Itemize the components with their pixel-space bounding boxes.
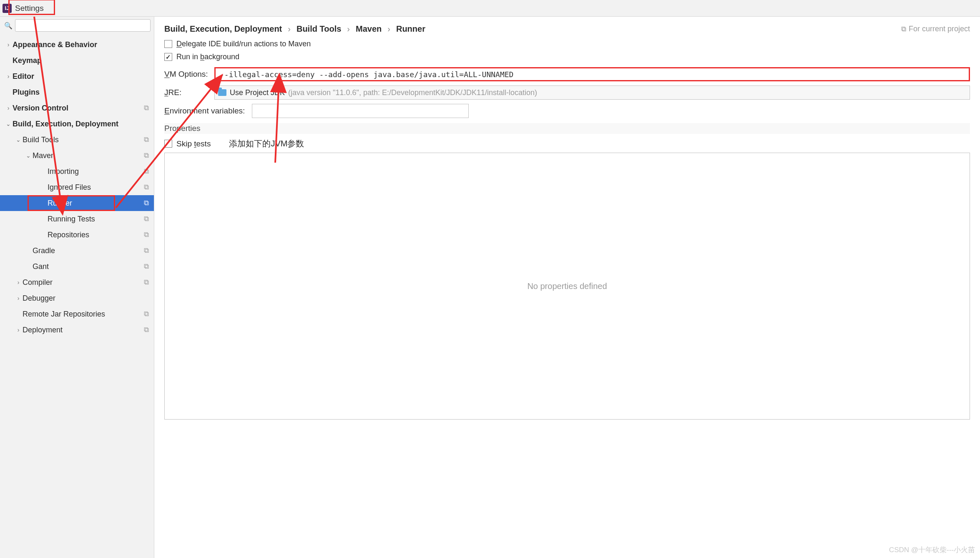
app-icon: IJ [3, 4, 12, 13]
chevron-icon: ⌄ [4, 121, 13, 127]
tree-item-build-execution-deployment[interactable]: ⌄Build, Execution, Deployment [0, 116, 154, 132]
annotation-text: 添加如下的JVM参数 [229, 138, 304, 149]
jre-detail: (java version "11.0.6", path: E:/Develop… [288, 88, 537, 97]
chevron-right-icon: › [288, 24, 291, 34]
tree-item-importing[interactable]: Importing⧉ [0, 163, 154, 179]
project-scope-icon: ⧉ [142, 326, 151, 334]
chevron-right-icon: › [387, 24, 390, 34]
tree-item-repositories[interactable]: Repositories⧉ [0, 227, 154, 243]
chevron-right-icon: › [347, 24, 350, 34]
tree-item-label: Compiler [23, 278, 142, 287]
project-scope-icon: ⧉ [142, 167, 151, 176]
project-scope-icon: ⧉ [142, 151, 151, 160]
chevron-icon: › [4, 73, 13, 80]
tree-item-appearance-behavior[interactable]: ›Appearance & Behavior [0, 37, 154, 53]
project-scope-icon: ⧉ [142, 199, 151, 207]
vm-options-input[interactable] [214, 67, 970, 81]
tree-item-label: Runner [48, 199, 142, 208]
jre-selected-value: Use Project JDK [230, 88, 285, 97]
chevron-icon: › [14, 327, 23, 333]
breadcrumb-item[interactable]: Maven [356, 24, 382, 34]
window-title: Settings [15, 4, 44, 13]
tree-item-label: Repositories [48, 231, 142, 239]
project-scope-icon: ⧉ [142, 183, 151, 191]
tree-item-running-tests[interactable]: Running Tests⧉ [0, 211, 154, 227]
tree-item-label: Build Tools [23, 136, 142, 144]
settings-tree[interactable]: ›Appearance & BehaviorKeymap›EditorPlugi… [0, 34, 154, 558]
project-scope-icon: ⧉ [142, 231, 151, 239]
chevron-icon: › [14, 295, 23, 302]
tree-item-label: Plugins [13, 88, 151, 97]
tree-item-remote-jar-repositories[interactable]: Remote Jar Repositories⧉ [0, 306, 154, 322]
tree-item-plugins[interactable]: Plugins [0, 84, 154, 100]
tree-item-ignored-files[interactable]: Ignored Files⧉ [0, 179, 154, 195]
tree-item-label: Gant [33, 262, 142, 271]
project-scope-icon: ⧉ [142, 278, 151, 287]
tree-item-debugger[interactable]: ›Debugger [0, 290, 154, 306]
tree-item-label: Running Tests [48, 215, 142, 224]
chevron-icon: ⌄ [14, 136, 23, 143]
tree-item-label: Maven [33, 151, 142, 160]
tree-item-label: Remote Jar Repositories [23, 310, 142, 319]
window-titlebar: IJ Settings [0, 0, 980, 17]
tree-item-gant[interactable]: Gant⧉ [0, 259, 154, 274]
tree-item-label: Ignored Files [48, 183, 142, 192]
folder-icon [218, 89, 226, 96]
no-properties-placeholder: No properties defined [527, 282, 607, 291]
skip-tests-checkbox[interactable] [164, 140, 172, 148]
tree-item-label: Editor [13, 72, 151, 81]
chevron-icon: ⌄ [24, 152, 33, 159]
tree-item-editor[interactable]: ›Editor [0, 68, 154, 84]
tree-item-label: Build, Execution, Deployment [13, 120, 151, 128]
sidebar-search-input[interactable] [15, 19, 151, 32]
chevron-icon: › [4, 41, 13, 48]
tree-item-label: Version Control [13, 104, 142, 113]
breadcrumb-item[interactable]: Build, Execution, Deployment [164, 24, 282, 34]
project-scope-icon: ⧉ [142, 246, 151, 255]
tree-item-label: Importing [48, 167, 142, 176]
csdn-watermark: CSDN @十年砍柴---小火苗 [889, 545, 975, 555]
tree-item-gradle[interactable]: Gradle⧉ [0, 243, 154, 259]
breadcrumb-item[interactable]: Build Tools [297, 24, 341, 34]
project-scope-icon: ⧉ [142, 104, 151, 112]
breadcrumb: Build, Execution, Deployment › Build Too… [164, 24, 425, 34]
chevron-icon: › [14, 279, 23, 286]
tree-item-label: Gradle [33, 246, 142, 255]
project-scope-icon: ⧉ [142, 262, 151, 271]
project-scope-icon: ⧉ [142, 310, 151, 318]
delegate-checkbox-row[interactable]: Delegate IDE build/run actions to Maven [164, 40, 970, 48]
settings-content: Build, Execution, Deployment › Build Too… [154, 17, 980, 558]
env-vars-label: Environment variables: [164, 106, 252, 116]
tree-item-runner[interactable]: Runner⧉ [0, 195, 154, 211]
run-background-checkbox-row[interactable]: Run in background [164, 53, 970, 61]
tree-item-label: Appearance & Behavior [13, 40, 151, 49]
copy-icon: ⧉ [901, 25, 906, 33]
jre-label: JRE: [164, 88, 214, 97]
settings-sidebar: 🔍 ›Appearance & BehaviorKeymap›EditorPlu… [0, 17, 154, 558]
tree-item-maven[interactable]: ⌄Maven⧉ [0, 148, 154, 163]
for-current-project-label: ⧉ For current project [901, 25, 970, 33]
breadcrumb-item: Runner [396, 24, 425, 34]
tree-item-deployment[interactable]: ›Deployment⧉ [0, 322, 154, 338]
tree-item-keymap[interactable]: Keymap [0, 53, 154, 68]
chevron-icon: › [4, 105, 13, 111]
vm-options-label: VM Options: [164, 70, 214, 79]
tree-item-label: Debugger [23, 294, 151, 303]
delegate-label: Delegate IDE build/run actions to Maven [176, 40, 311, 48]
properties-table[interactable]: No properties defined [164, 153, 970, 420]
tree-item-compiler[interactable]: ›Compiler⧉ [0, 274, 154, 290]
tree-item-build-tools[interactable]: ⌄Build Tools⧉ [0, 132, 154, 148]
run-background-label: Run in background [176, 53, 239, 61]
project-scope-icon: ⧉ [142, 215, 151, 223]
project-scope-icon: ⧉ [142, 136, 151, 144]
tree-item-version-control[interactable]: ›Version Control⧉ [0, 100, 154, 116]
jre-dropdown[interactable]: Use Project JDK (java version "11.0.6", … [214, 85, 970, 100]
tree-item-label: Keymap [13, 56, 151, 65]
env-vars-input[interactable] [252, 104, 469, 118]
run-background-checkbox[interactable] [164, 53, 172, 61]
tree-item-label: Deployment [23, 326, 142, 334]
skip-tests-label: Skip tests [176, 139, 211, 148]
search-icon: 🔍 [2, 22, 15, 30]
properties-section-title: Properties [164, 123, 970, 134]
delegate-checkbox[interactable] [164, 40, 172, 48]
